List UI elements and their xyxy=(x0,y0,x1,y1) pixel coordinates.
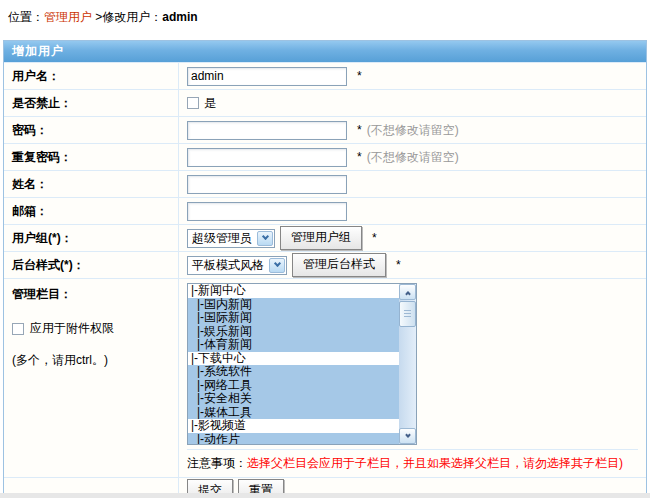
password-hint: (不想修改请留空) xyxy=(367,122,459,139)
row-name: 姓名： xyxy=(4,170,646,197)
chevron-up-icon xyxy=(405,291,411,297)
password-input[interactable] xyxy=(187,121,347,140)
list-option[interactable]: |-娱乐新闻 xyxy=(188,325,416,339)
add-user-panel: 增加用户 用户名： * 是否禁止： 是 密码： * (不想修改请留空) 重复密码… xyxy=(3,40,647,498)
breadcrumb-separator: > xyxy=(92,10,102,24)
usergroup-select-value: 超级管理员 xyxy=(188,230,256,247)
row-password: 密码： * (不想修改请留空) xyxy=(4,116,646,143)
usergroup-label: 用户组(*)： xyxy=(4,225,179,251)
repeat-password-required-marker: * xyxy=(357,150,362,164)
admin-style-select[interactable]: 平板模式风格 xyxy=(187,256,287,275)
attachment-permission-label: 应用于附件权限 xyxy=(30,320,114,337)
breadcrumb-link-manage-users[interactable]: 管理用户 xyxy=(44,10,92,24)
manage-columns-label-cell: 管理栏目： 应用于附件权限 (多个，请用ctrl。) xyxy=(4,279,179,477)
list-option[interactable]: |-系统软件 xyxy=(188,365,416,379)
scroll-up-button[interactable] xyxy=(399,284,416,300)
usergroup-required-marker: * xyxy=(372,231,377,245)
list-option[interactable]: |-新闻中心 xyxy=(188,284,416,298)
list-option[interactable]: |-网络工具 xyxy=(188,379,416,393)
name-label: 姓名： xyxy=(4,171,179,197)
admin-style-dropdown-button[interactable] xyxy=(269,258,285,273)
note-text: 选择父栏目会应用于子栏目，并且如果选择父栏目，请勿选择其子栏目) xyxy=(247,456,623,470)
chevron-down-icon xyxy=(273,260,280,267)
list-option[interactable]: |-国际新闻 xyxy=(188,311,416,325)
list-option[interactable]: |-国内新闻 xyxy=(188,298,416,312)
breadcrumb-username: admin xyxy=(162,10,197,24)
columns-listbox[interactable]: |-新闻中心|-国内新闻|-国际新闻|-娱乐新闻|-体育新闻|-下载中心|-系统… xyxy=(187,283,417,445)
note-line: 注意事项：选择父栏目会应用于子栏目，并且如果选择父栏目，请勿选择其子栏目) xyxy=(187,449,638,477)
list-option[interactable]: |-媒体工具 xyxy=(188,406,416,420)
footer-strip xyxy=(0,493,650,498)
multi-select-hint: (多个，请用ctrl。) xyxy=(12,352,178,369)
disabled-checkbox[interactable] xyxy=(187,97,199,109)
row-username: 用户名： * xyxy=(4,62,646,89)
columns-listbox-items: |-新闻中心|-国内新闻|-国际新闻|-娱乐新闻|-体育新闻|-下载中心|-系统… xyxy=(188,284,416,445)
chevron-down-icon xyxy=(261,233,268,240)
row-disabled: 是否禁止： 是 xyxy=(4,89,646,116)
list-option[interactable]: |-安全相关 xyxy=(188,392,416,406)
repeat-password-input[interactable] xyxy=(187,148,347,167)
manage-usergroup-button[interactable]: 管理用户组 xyxy=(280,226,362,250)
email-label: 邮箱： xyxy=(4,198,179,224)
page-title: 增加用户 xyxy=(4,41,646,62)
usergroup-select[interactable]: 超级管理员 xyxy=(187,229,275,248)
breadcrumb-location-label: 位置： xyxy=(8,10,44,24)
password-label: 密码： xyxy=(4,117,179,143)
row-email: 邮箱： xyxy=(4,197,646,224)
breadcrumb-current-page: 修改用户： xyxy=(102,10,162,24)
password-required-marker: * xyxy=(357,123,362,137)
chevron-down-icon xyxy=(405,432,411,438)
scrollbar-thumb[interactable] xyxy=(399,301,416,327)
row-manage-columns: 管理栏目： 应用于附件权限 (多个，请用ctrl。) |-新闻中心|-国内新闻|… xyxy=(4,278,646,477)
row-admin-style: 后台样式(*)： 平板模式风格 管理后台样式 * xyxy=(4,251,646,278)
username-label: 用户名： xyxy=(4,63,179,89)
note-label: 注意事项： xyxy=(187,456,247,470)
listbox-scrollbar[interactable] xyxy=(399,284,416,444)
usergroup-dropdown-button[interactable] xyxy=(257,231,273,246)
username-input[interactable] xyxy=(187,67,347,86)
attachment-permission-checkbox[interactable] xyxy=(12,323,24,335)
username-required-marker: * xyxy=(357,69,362,83)
repeat-password-hint: (不想修改请留空) xyxy=(367,149,459,166)
admin-style-required-marker: * xyxy=(396,258,401,272)
disabled-checkbox-label: 是 xyxy=(204,95,216,112)
disabled-label: 是否禁止： xyxy=(4,90,179,116)
scroll-down-button[interactable] xyxy=(399,428,416,444)
name-input[interactable] xyxy=(187,175,347,194)
row-repeat-password: 重复密码： * (不想修改请留空) xyxy=(4,143,646,170)
list-option[interactable]: |-下载中心 xyxy=(188,352,416,366)
repeat-password-label: 重复密码： xyxy=(4,144,179,170)
email-input[interactable] xyxy=(187,202,347,221)
list-option[interactable]: |-体育新闻 xyxy=(188,338,416,352)
admin-style-select-value: 平板模式风格 xyxy=(188,257,268,274)
breadcrumb: 位置：管理用户 >修改用户：admin xyxy=(0,0,650,40)
manage-columns-label: 管理栏目： xyxy=(12,286,178,303)
list-option[interactable]: |-动作片 xyxy=(188,433,416,446)
manage-admin-style-button[interactable]: 管理后台样式 xyxy=(292,253,386,277)
admin-style-label: 后台样式(*)： xyxy=(4,252,179,278)
list-option[interactable]: |-影视频道 xyxy=(188,419,416,433)
row-usergroup: 用户组(*)： 超级管理员 管理用户组 * xyxy=(4,224,646,251)
